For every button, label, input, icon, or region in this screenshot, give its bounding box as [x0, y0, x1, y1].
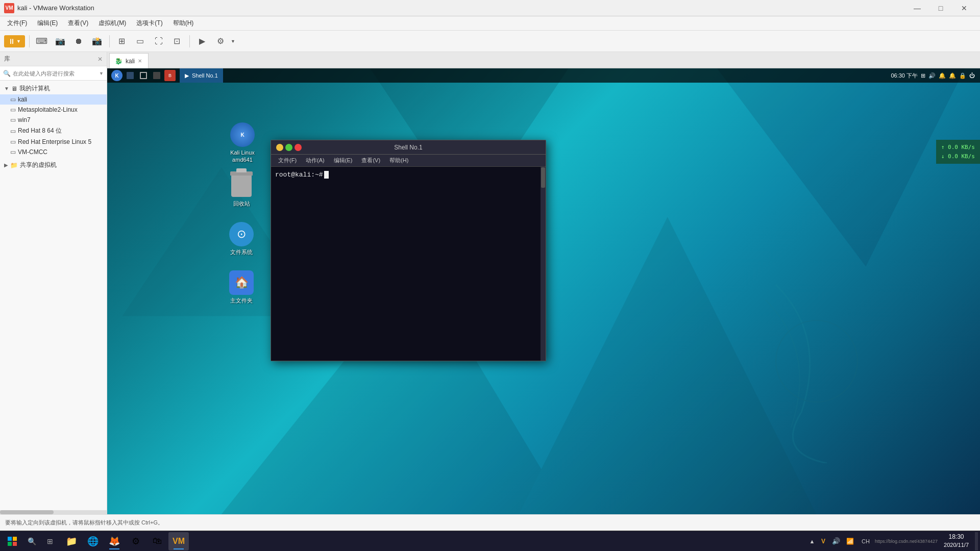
- shell-menu-view[interactable]: 查看(V): [357, 155, 384, 167]
- desktop-icon-trash[interactable]: 回收站: [224, 170, 259, 210]
- ime-tray-icon[interactable]: CH: [859, 532, 873, 550]
- sidebar-close-icon[interactable]: ✕: [97, 56, 103, 63]
- menu-view[interactable]: 查看(V): [63, 16, 93, 31]
- show-desktop-button[interactable]: [975, 532, 978, 550]
- clock-date: 2020/11/7: [944, 541, 969, 549]
- shell-minimize-btn[interactable]: −: [276, 144, 283, 151]
- shell-menu-edit[interactable]: 编辑(E): [330, 155, 357, 167]
- shell-win-buttons: − □ ✕: [276, 144, 302, 151]
- network-tray-icon[interactable]: 📶: [844, 532, 856, 550]
- vm-content[interactable]: K B: [107, 68, 980, 514]
- kali-terminal-tab[interactable]: ▶ Shell No.1: [180, 68, 223, 83]
- taskbar-edge[interactable]: 🌐: [83, 532, 103, 550]
- sidebar-item-kali[interactable]: ▭ kali: [0, 94, 107, 105]
- shell-scrollbar[interactable]: [541, 167, 546, 361]
- settings-button[interactable]: ⚙: [212, 33, 229, 49]
- unity-button[interactable]: ⊡: [169, 33, 185, 49]
- vmcmcc-label: VM-CMCC: [18, 148, 47, 156]
- desktop-icon-kali[interactable]: K Kali Linux amd641: [225, 119, 260, 167]
- terminal-tab-icon: ▶: [185, 72, 189, 79]
- kali-editor-icon[interactable]: [151, 70, 162, 81]
- kali-audio-icon[interactable]: 🔊: [928, 72, 936, 79]
- taskbar-search-button[interactable]: 🔍: [22, 532, 41, 550]
- taskbar-clock[interactable]: 18:30 2020/11/7: [940, 533, 973, 549]
- sidebar-item-vmcmcc[interactable]: ▭ VM-CMCC: [0, 147, 107, 157]
- fit-window-button[interactable]: ⊞: [114, 33, 130, 49]
- kali-power-icon[interactable]: ⏻: [969, 72, 975, 79]
- desktop-icon-home[interactable]: 🏠 主文件夹: [224, 267, 259, 307]
- volume-tray-icon[interactable]: 🔊: [830, 532, 842, 550]
- search-dropdown-icon[interactable]: ▼: [99, 71, 104, 76]
- taskbar-settings[interactable]: ⚙: [126, 532, 146, 550]
- kali-term-icon[interactable]: [138, 70, 149, 81]
- home-icon-img: 🏠: [229, 270, 254, 295]
- kali-network-icon[interactable]: 🔔: [939, 72, 946, 79]
- maximize-button[interactable]: □: [929, 0, 952, 16]
- sidebar-my-computer[interactable]: ▼ 🖥 我的计算机: [0, 83, 107, 94]
- sidebar-scrollbar[interactable]: [0, 510, 107, 514]
- kali-linux-icon-img: K: [230, 122, 255, 147]
- console-button[interactable]: ▶: [194, 33, 210, 49]
- shell-menu-help[interactable]: 帮助(H): [385, 155, 412, 167]
- sidebar-item-win7[interactable]: ▭ win7: [0, 115, 107, 125]
- minimize-button[interactable]: —: [905, 0, 929, 16]
- sidebar-item-metasploitable[interactable]: ▭ Metasploitable2-Linux: [0, 105, 107, 115]
- tray-url: https://blog.csdn.net/43874427: [875, 539, 938, 544]
- sidebar-item-redhat8[interactable]: ▭ Red Hat 8 64 位: [0, 125, 107, 137]
- shell-maximize-btn[interactable]: □: [285, 144, 292, 151]
- start-button[interactable]: [2, 532, 22, 550]
- titlebar: VM kali - VMware Workstation — □ ✕: [0, 0, 980, 16]
- menu-help[interactable]: 帮助(H): [168, 16, 199, 31]
- taskbar-firefox[interactable]: 🦊: [104, 532, 125, 550]
- vmware-statusbar: 要将输入定向到该虚拟机，请将鼠标指针移入其中或按 Ctrl+G。: [0, 514, 980, 531]
- explorer-icon: 📁: [66, 536, 77, 547]
- main-area: 库 ✕ 🔍 ▼ ▼ 🖥 我的计算机 ▭ kali: [0, 52, 980, 514]
- desktop-icon-filesystem[interactable]: ⊙ 文件系统: [224, 219, 259, 259]
- tray-expand-button[interactable]: ▲: [807, 532, 817, 550]
- kali-menu-icon[interactable]: K: [111, 70, 122, 81]
- shell-menu-file[interactable]: 文件(F): [274, 155, 301, 167]
- tab-close-icon[interactable]: ✕: [138, 58, 142, 64]
- shell-menu-action[interactable]: 动作(A): [302, 155, 329, 167]
- kali-topbar-right: 06:30 下午 ⊞ 🔊 🔔 🔔 🔒 ⏻: [891, 72, 980, 80]
- shell-cursor: [324, 171, 329, 179]
- kali-screen-icon[interactable]: ⊞: [921, 72, 925, 79]
- vm-icon-redhat8: ▭: [10, 128, 16, 135]
- kali-files-icon[interactable]: [125, 70, 136, 81]
- close-button[interactable]: ✕: [952, 0, 976, 16]
- search-input[interactable]: [13, 70, 99, 77]
- menu-file[interactable]: 文件(F): [2, 16, 32, 31]
- menu-vm[interactable]: 虚拟机(M): [93, 16, 131, 31]
- kali-tab-label: kali: [126, 58, 135, 65]
- shell-close-btn[interactable]: ✕: [295, 144, 302, 151]
- pause-button[interactable]: ⏸ ▼: [4, 35, 25, 47]
- net-speed-widget: ↑ 0.0 KB/s ↓ 0.0 KB/s: [936, 140, 980, 164]
- store-icon: 🛍: [153, 536, 162, 546]
- snapshot-button[interactable]: 📸: [89, 33, 105, 49]
- kali-tab[interactable]: 🐉 kali ✕: [109, 53, 149, 68]
- taskview-button[interactable]: ⊞: [41, 532, 59, 550]
- kali-notify-icon[interactable]: 🔔: [949, 72, 956, 79]
- kali-lock-icon[interactable]: 🔒: [959, 72, 966, 79]
- menu-edit[interactable]: 编辑(E): [32, 16, 63, 31]
- sidebar-shared-vms[interactable]: ▶ 📁 共享的虚拟机: [0, 159, 107, 171]
- shell-content[interactable]: root@kali:~#: [271, 167, 546, 361]
- sidebar-scrollbar-thumb[interactable]: [0, 510, 54, 514]
- screenshot-button[interactable]: 📷: [52, 33, 68, 49]
- kali-burp-icon[interactable]: B: [164, 70, 176, 81]
- actual-size-button[interactable]: ▭: [132, 33, 149, 49]
- send-keys-button[interactable]: ⌨: [34, 33, 50, 49]
- sidebar-item-redhat-enterprise[interactable]: ▭ Red Hat Enterprise Linux 5: [0, 137, 107, 147]
- toolbar-sep-1: [29, 35, 30, 47]
- vmware-tray-icon[interactable]: V: [819, 532, 828, 550]
- taskbar-store[interactable]: 🛍: [147, 532, 167, 550]
- shell-scrollbar-thumb[interactable]: [541, 167, 545, 188]
- taskbar-explorer[interactable]: 📁: [61, 532, 82, 550]
- menu-tabs[interactable]: 选项卡(T): [131, 16, 167, 31]
- taskbar-apps: 📁 🌐 🦊 ⚙ 🛍 VM: [61, 532, 189, 550]
- vm-icon-cmcc: ▭: [10, 148, 16, 156]
- statusbar-message: 要将输入定向到该虚拟机，请将鼠标指针移入其中或按 Ctrl+G。: [5, 519, 163, 527]
- fullscreen-button[interactable]: ⛶: [151, 33, 167, 49]
- record-button[interactable]: ⏺: [70, 33, 87, 49]
- taskbar-vmware[interactable]: VM: [168, 532, 189, 550]
